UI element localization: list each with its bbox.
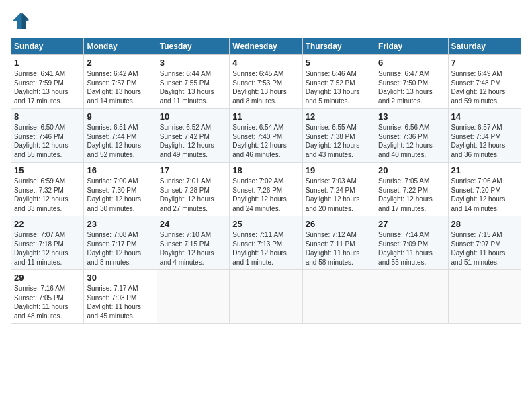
calendar-cell [302, 270, 375, 324]
day-info: Sunrise: 6:52 AM [160, 123, 226, 132]
day-info: Sunset: 7:36 PM [378, 132, 445, 142]
day-info: Sunrise: 6:41 AM [14, 69, 81, 79]
day-number: 12 [306, 111, 372, 122]
day-number: 13 [378, 111, 445, 122]
calendar-cell: 11Sunrise: 6:54 AMSunset: 7:40 PMDayligh… [230, 109, 302, 163]
day-info: Sunrise: 7:06 AM [451, 177, 518, 186]
day-info: Daylight: 13 hours and 11 minutes. [160, 87, 226, 105]
day-info: Sunrise: 7:00 AM [87, 177, 153, 186]
day-info: Daylight: 12 hours and 40 minutes. [378, 141, 445, 159]
header-row: SundayMondayTuesdayWednesdayThursdayFrid… [11, 38, 521, 55]
calendar-cell: 30Sunrise: 7:17 AMSunset: 7:03 PMDayligh… [84, 270, 157, 324]
day-number: 25 [232, 219, 299, 229]
day-info: Daylight: 12 hours and 11 minutes. [14, 248, 81, 267]
day-number: 2 [87, 58, 153, 68]
day-info: Sunrise: 6:50 AM [14, 123, 81, 132]
day-info: Sunrise: 6:55 AM [306, 123, 372, 132]
day-info: Daylight: 13 hours and 2 minutes. [378, 87, 445, 105]
day-number: 22 [14, 219, 81, 229]
page-header [11, 11, 521, 31]
calendar-week-5: 29Sunrise: 7:16 AMSunset: 7:05 PMDayligh… [11, 270, 521, 324]
day-info: Sunset: 7:22 PM [378, 186, 445, 195]
day-info: Sunrise: 6:51 AM [87, 123, 153, 132]
day-number: 10 [160, 111, 226, 122]
day-info: Sunset: 7:18 PM [14, 240, 81, 249]
day-info: Sunrise: 7:15 AM [451, 230, 518, 240]
column-header-tuesday: Tuesday [157, 38, 229, 55]
calendar-header: SundayMondayTuesdayWednesdayThursdayFrid… [11, 38, 521, 55]
day-info: Sunset: 7:42 PM [160, 132, 226, 142]
day-info: Daylight: 12 hours and 8 minutes. [87, 248, 153, 267]
calendar-cell: 17Sunrise: 7:01 AMSunset: 7:28 PMDayligh… [157, 163, 229, 216]
day-info: Daylight: 12 hours and 27 minutes. [160, 195, 226, 213]
calendar-cell: 4Sunrise: 6:45 AMSunset: 7:53 PMDaylight… [230, 55, 302, 109]
column-header-wednesday: Wednesday [230, 38, 302, 55]
calendar-cell: 19Sunrise: 7:03 AMSunset: 7:24 PMDayligh… [302, 163, 375, 216]
day-info: Sunset: 7:07 PM [451, 240, 518, 249]
column-header-sunday: Sunday [11, 38, 84, 55]
day-info: Daylight: 12 hours and 59 minutes. [451, 87, 518, 105]
day-info: Daylight: 11 hours and 55 minutes. [378, 248, 445, 267]
calendar-cell: 3Sunrise: 6:44 AMSunset: 7:55 PMDaylight… [157, 55, 229, 109]
day-info: Daylight: 12 hours and 30 minutes. [87, 195, 153, 213]
day-info: Sunrise: 6:45 AM [232, 69, 299, 79]
day-info: Sunrise: 6:42 AM [87, 69, 153, 79]
calendar-cell: 8Sunrise: 6:50 AMSunset: 7:46 PMDaylight… [11, 109, 84, 163]
calendar-cell: 24Sunrise: 7:10 AMSunset: 7:15 PMDayligh… [157, 216, 229, 270]
day-info: Sunset: 7:17 PM [87, 240, 153, 249]
day-number: 28 [451, 219, 518, 229]
day-info: Sunset: 7:20 PM [451, 186, 518, 195]
day-info: Daylight: 12 hours and 33 minutes. [14, 195, 81, 213]
day-info: Daylight: 12 hours and 17 minutes. [378, 195, 445, 213]
day-info: Sunrise: 7:07 AM [14, 230, 81, 240]
calendar-week-3: 15Sunrise: 6:59 AMSunset: 7:32 PMDayligh… [11, 163, 521, 216]
day-info: Daylight: 12 hours and 4 minutes. [160, 248, 226, 267]
day-info: Sunset: 7:50 PM [378, 79, 445, 88]
day-info: Sunrise: 7:16 AM [14, 284, 81, 293]
column-header-friday: Friday [375, 38, 448, 55]
calendar-cell: 28Sunrise: 7:15 AMSunset: 7:07 PMDayligh… [448, 216, 521, 270]
day-number: 3 [160, 58, 226, 68]
logo [11, 11, 34, 31]
calendar-week-1: 1Sunrise: 6:41 AMSunset: 7:59 PMDaylight… [11, 55, 521, 109]
calendar-cell: 26Sunrise: 7:12 AMSunset: 7:11 PMDayligh… [302, 216, 375, 270]
day-info: Sunrise: 6:57 AM [451, 123, 518, 132]
day-info: Daylight: 12 hours and 24 minutes. [232, 195, 299, 213]
day-info: Sunset: 7:52 PM [306, 79, 372, 88]
day-info: Sunrise: 7:12 AM [306, 230, 372, 240]
day-info: Sunset: 7:11 PM [306, 240, 372, 249]
day-number: 30 [87, 273, 153, 283]
calendar-cell: 20Sunrise: 7:05 AMSunset: 7:22 PMDayligh… [375, 163, 448, 216]
calendar-table: SundayMondayTuesdayWednesdayThursdayFrid… [11, 38, 521, 324]
calendar-cell: 22Sunrise: 7:07 AMSunset: 7:18 PMDayligh… [11, 216, 84, 270]
day-number: 7 [451, 58, 518, 68]
day-info: Daylight: 11 hours and 48 minutes. [14, 302, 81, 320]
day-info: Sunrise: 7:01 AM [160, 177, 226, 186]
day-number: 16 [87, 165, 153, 175]
day-info: Sunset: 7:15 PM [160, 240, 226, 249]
day-info: Daylight: 12 hours and 14 minutes. [451, 195, 518, 213]
calendar-cell [375, 270, 448, 324]
calendar-cell: 14Sunrise: 6:57 AMSunset: 7:34 PMDayligh… [448, 109, 521, 163]
calendar-cell: 10Sunrise: 6:52 AMSunset: 7:42 PMDayligh… [157, 109, 229, 163]
day-info: Sunset: 7:44 PM [87, 132, 153, 142]
calendar-body: 1Sunrise: 6:41 AMSunset: 7:59 PMDaylight… [11, 55, 521, 324]
day-info: Sunrise: 7:03 AM [306, 177, 372, 186]
calendar-cell: 9Sunrise: 6:51 AMSunset: 7:44 PMDaylight… [84, 109, 157, 163]
day-info: Daylight: 12 hours and 46 minutes. [232, 141, 299, 159]
day-info: Sunrise: 7:11 AM [232, 230, 299, 240]
day-info: Sunrise: 6:59 AM [14, 177, 81, 186]
day-info: Sunset: 7:34 PM [451, 132, 518, 142]
day-number: 21 [451, 165, 518, 175]
day-number: 6 [378, 58, 445, 68]
day-info: Sunset: 7:53 PM [232, 79, 299, 88]
day-info: Sunrise: 6:49 AM [451, 69, 518, 79]
day-info: Sunset: 7:57 PM [87, 79, 153, 88]
day-number: 9 [87, 111, 153, 122]
day-number: 4 [232, 58, 299, 68]
day-info: Daylight: 12 hours and 55 minutes. [14, 141, 81, 159]
calendar-week-4: 22Sunrise: 7:07 AMSunset: 7:18 PMDayligh… [11, 216, 521, 270]
day-info: Sunrise: 6:47 AM [378, 69, 445, 79]
day-info: Sunrise: 7:02 AM [232, 177, 299, 186]
day-info: Daylight: 11 hours and 45 minutes. [87, 302, 153, 320]
